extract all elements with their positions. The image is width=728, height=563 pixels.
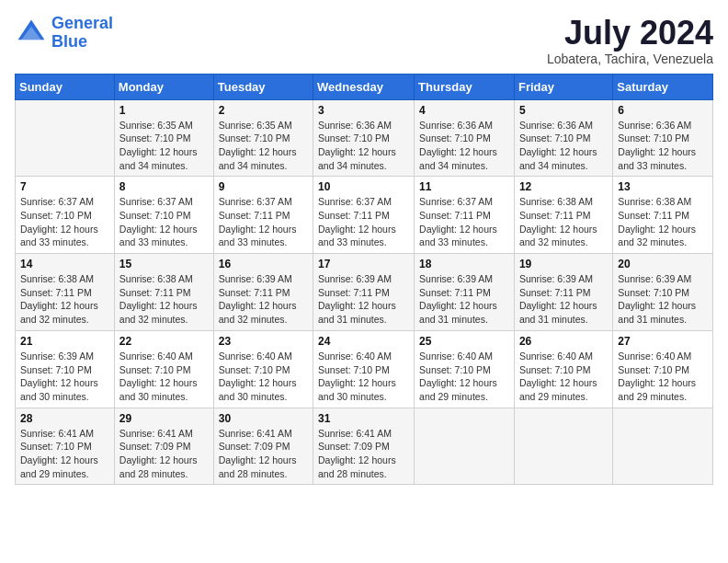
day-info: Sunrise: 6:40 AM Sunset: 7:10 PM Dayligh…: [618, 350, 708, 404]
day-number: 25: [419, 335, 509, 348]
day-info: Sunrise: 6:40 AM Sunset: 7:10 PM Dayligh…: [219, 350, 308, 404]
location: Lobatera, Tachira, Venezuela: [547, 52, 713, 66]
calendar-header: SundayMondayTuesdayWednesdayThursdayFrid…: [16, 74, 713, 99]
calendar-cell: [514, 408, 612, 485]
calendar-cell: 11Sunrise: 6:37 AM Sunset: 7:11 PM Dayli…: [415, 177, 515, 254]
calendar-cell: 7Sunrise: 6:37 AM Sunset: 7:10 PM Daylig…: [16, 177, 115, 254]
logo-line2: Blue: [51, 32, 87, 51]
calendar-cell: 26Sunrise: 6:40 AM Sunset: 7:10 PM Dayli…: [514, 330, 612, 408]
day-info: Sunrise: 6:35 AM Sunset: 7:10 PM Dayligh…: [219, 119, 308, 173]
day-number: 15: [119, 258, 209, 270]
calendar-cell: 16Sunrise: 6:39 AM Sunset: 7:11 PM Dayli…: [213, 254, 313, 331]
header-day-saturday: Saturday: [613, 74, 713, 99]
day-number: 20: [618, 258, 708, 270]
day-info: Sunrise: 6:40 AM Sunset: 7:10 PM Dayligh…: [419, 350, 509, 404]
day-number: 19: [519, 258, 608, 270]
week-row-1: 1Sunrise: 6:35 AM Sunset: 7:10 PM Daylig…: [16, 99, 713, 177]
calendar-cell: 10Sunrise: 6:37 AM Sunset: 7:11 PM Dayli…: [313, 177, 415, 254]
day-number: 30: [219, 412, 308, 425]
logo-text: General Blue: [51, 15, 113, 52]
calendar-cell: 4Sunrise: 6:36 AM Sunset: 7:10 PM Daylig…: [415, 99, 515, 177]
calendar-cell: 3Sunrise: 6:36 AM Sunset: 7:10 PM Daylig…: [313, 99, 415, 177]
week-row-4: 21Sunrise: 6:39 AM Sunset: 7:10 PM Dayli…: [16, 330, 713, 408]
calendar-cell: 9Sunrise: 6:37 AM Sunset: 7:11 PM Daylig…: [213, 177, 313, 254]
logo-line1: General: [51, 14, 113, 32]
week-row-2: 7Sunrise: 6:37 AM Sunset: 7:10 PM Daylig…: [16, 177, 713, 254]
day-number: 4: [419, 104, 509, 117]
day-number: 1: [119, 104, 209, 117]
calendar-cell: 14Sunrise: 6:38 AM Sunset: 7:11 PM Dayli…: [16, 254, 115, 331]
calendar-cell: 18Sunrise: 6:39 AM Sunset: 7:11 PM Dayli…: [415, 254, 515, 331]
day-number: 24: [318, 335, 409, 348]
header-day-monday: Monday: [114, 74, 213, 99]
calendar-cell: 27Sunrise: 6:40 AM Sunset: 7:10 PM Dayli…: [613, 330, 713, 408]
day-info: Sunrise: 6:39 AM Sunset: 7:11 PM Dayligh…: [519, 272, 608, 327]
calendar-cell: 2Sunrise: 6:35 AM Sunset: 7:10 PM Daylig…: [213, 99, 313, 177]
day-info: Sunrise: 6:41 AM Sunset: 7:09 PM Dayligh…: [318, 427, 409, 481]
day-info: Sunrise: 6:39 AM Sunset: 7:11 PM Dayligh…: [419, 272, 509, 327]
day-info: Sunrise: 6:36 AM Sunset: 7:10 PM Dayligh…: [618, 119, 708, 173]
day-number: 5: [519, 104, 608, 117]
day-info: Sunrise: 6:40 AM Sunset: 7:10 PM Dayligh…: [318, 350, 409, 404]
day-info: Sunrise: 6:38 AM Sunset: 7:11 PM Dayligh…: [618, 195, 708, 249]
day-info: Sunrise: 6:36 AM Sunset: 7:10 PM Dayligh…: [419, 119, 509, 173]
calendar-cell: 8Sunrise: 6:37 AM Sunset: 7:10 PM Daylig…: [114, 177, 213, 254]
header-row: SundayMondayTuesdayWednesdayThursdayFrid…: [16, 74, 713, 99]
calendar-cell: 5Sunrise: 6:36 AM Sunset: 7:10 PM Daylig…: [514, 99, 612, 177]
day-number: 26: [519, 335, 608, 348]
calendar-cell: 22Sunrise: 6:40 AM Sunset: 7:10 PM Dayli…: [114, 330, 213, 408]
day-number: 8: [119, 180, 209, 193]
calendar-cell: 30Sunrise: 6:41 AM Sunset: 7:09 PM Dayli…: [213, 408, 313, 485]
calendar-cell: 23Sunrise: 6:40 AM Sunset: 7:10 PM Dayli…: [213, 330, 313, 408]
day-info: Sunrise: 6:37 AM Sunset: 7:10 PM Dayligh…: [20, 195, 109, 249]
calendar-cell: [415, 408, 515, 485]
header-day-tuesday: Tuesday: [213, 74, 313, 99]
day-number: 7: [20, 180, 109, 193]
calendar-body: 1Sunrise: 6:35 AM Sunset: 7:10 PM Daylig…: [16, 99, 713, 485]
calendar-table: SundayMondayTuesdayWednesdayThursdayFrid…: [15, 74, 713, 486]
day-number: 11: [419, 180, 509, 193]
day-info: Sunrise: 6:40 AM Sunset: 7:10 PM Dayligh…: [519, 350, 608, 404]
day-info: Sunrise: 6:41 AM Sunset: 7:10 PM Dayligh…: [20, 427, 109, 481]
header-day-friday: Friday: [514, 74, 612, 99]
day-info: Sunrise: 6:38 AM Sunset: 7:11 PM Dayligh…: [20, 272, 109, 327]
day-number: 13: [618, 180, 708, 193]
header-day-sunday: Sunday: [16, 74, 115, 99]
calendar-cell: 13Sunrise: 6:38 AM Sunset: 7:11 PM Dayli…: [613, 177, 713, 254]
day-number: 31: [318, 412, 409, 425]
calendar-cell: 24Sunrise: 6:40 AM Sunset: 7:10 PM Dayli…: [313, 330, 415, 408]
calendar-cell: 29Sunrise: 6:41 AM Sunset: 7:09 PM Dayli…: [114, 408, 213, 485]
day-info: Sunrise: 6:38 AM Sunset: 7:11 PM Dayligh…: [119, 272, 209, 327]
day-number: 28: [20, 412, 109, 425]
day-number: 14: [20, 258, 109, 270]
day-number: 12: [519, 180, 608, 193]
calendar-cell: [613, 408, 713, 485]
day-number: 2: [219, 104, 308, 117]
calendar-cell: 6Sunrise: 6:36 AM Sunset: 7:10 PM Daylig…: [613, 99, 713, 177]
day-info: Sunrise: 6:41 AM Sunset: 7:09 PM Dayligh…: [219, 427, 308, 481]
calendar-cell: 28Sunrise: 6:41 AM Sunset: 7:10 PM Dayli…: [16, 408, 115, 485]
day-info: Sunrise: 6:39 AM Sunset: 7:11 PM Dayligh…: [219, 272, 308, 327]
day-number: 9: [219, 180, 308, 193]
day-info: Sunrise: 6:39 AM Sunset: 7:10 PM Dayligh…: [20, 350, 109, 404]
day-number: 23: [219, 335, 308, 348]
day-number: 6: [618, 104, 708, 117]
day-info: Sunrise: 6:39 AM Sunset: 7:10 PM Dayligh…: [618, 272, 708, 327]
day-number: 18: [419, 258, 509, 270]
calendar-cell: 21Sunrise: 6:39 AM Sunset: 7:10 PM Dayli…: [16, 330, 115, 408]
title-block: July 2024 Lobatera, Tachira, Venezuela: [547, 15, 713, 66]
day-info: Sunrise: 6:36 AM Sunset: 7:10 PM Dayligh…: [519, 119, 608, 173]
day-info: Sunrise: 6:39 AM Sunset: 7:11 PM Dayligh…: [318, 272, 409, 327]
page-header: General Blue July 2024 Lobatera, Tachira…: [15, 15, 713, 66]
day-number: 22: [119, 335, 209, 348]
day-number: 3: [318, 104, 409, 117]
month-title: July 2024: [547, 15, 713, 52]
day-number: 21: [20, 335, 109, 348]
day-number: 16: [219, 258, 308, 270]
day-number: 17: [318, 258, 409, 270]
calendar-cell: 20Sunrise: 6:39 AM Sunset: 7:10 PM Dayli…: [613, 254, 713, 331]
day-info: Sunrise: 6:37 AM Sunset: 7:10 PM Dayligh…: [119, 195, 209, 249]
logo-icon: [15, 17, 48, 50]
logo: General Blue: [15, 15, 113, 52]
day-info: Sunrise: 6:35 AM Sunset: 7:10 PM Dayligh…: [119, 119, 209, 173]
